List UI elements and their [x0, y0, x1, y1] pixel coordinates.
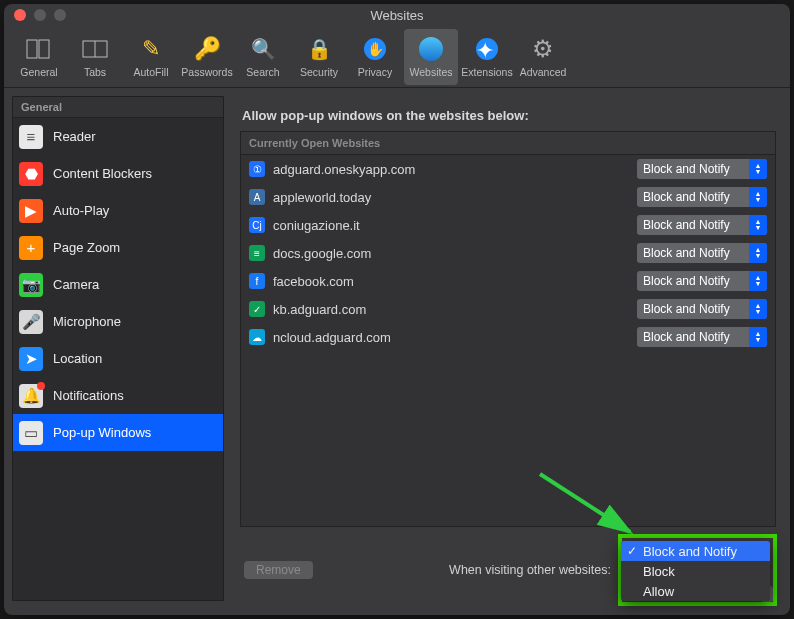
site-domain: coniugazione.it [273, 218, 629, 233]
checkmark-icon: ✓ [627, 544, 637, 558]
sidebar-icon: ⬣ [19, 162, 43, 186]
other-websites-dropdown[interactable]: ✓Block and NotifyBlockAllow [621, 541, 770, 601]
select-arrows-icon: ▲▼ [749, 215, 767, 235]
table-header: Currently Open Websites [241, 132, 775, 155]
toolbar-label: Tabs [84, 66, 106, 78]
sidebar-icon: ➤ [19, 347, 43, 371]
sidebar-icon: ▭ [19, 421, 43, 445]
website-row[interactable]: Cjconiugazione.itBlock and Notify▲▼ [241, 211, 775, 239]
maximize-button[interactable] [54, 9, 66, 21]
sidebar-item-label: Auto-Play [53, 203, 109, 218]
remove-button[interactable]: Remove [244, 561, 313, 579]
website-row[interactable]: ✓kb.adguard.comBlock and Notify▲▼ [241, 295, 775, 323]
dropdown-option-block[interactable]: Block [621, 561, 770, 581]
toolbar-search[interactable]: 🔍Search [236, 29, 290, 85]
toolbar-security[interactable]: 🔒Security [292, 29, 346, 85]
sidebar-item-label: Notifications [53, 388, 124, 403]
site-setting-value: Block and Notify [643, 330, 730, 344]
sidebar-item-label: Pop-up Windows [53, 425, 151, 440]
close-button[interactable] [14, 9, 26, 21]
select-arrows-icon: ▲▼ [749, 299, 767, 319]
site-domain: docs.google.com [273, 246, 629, 261]
sidebar-item-microphone[interactable]: 🎤Microphone [13, 303, 223, 340]
autofill-icon: ✎ [137, 35, 165, 63]
extensions-icon: ✦ [473, 35, 501, 63]
toolbar-autofill[interactable]: ✎AutoFill [124, 29, 178, 85]
sidebar-icon: ▶ [19, 199, 43, 223]
toolbar-label: Security [300, 66, 338, 78]
toolbar-label: Advanced [520, 66, 567, 78]
general-icon [25, 35, 53, 63]
main-panel: Allow pop-up windows on the websites bel… [234, 96, 782, 601]
sidebar-item-label: Page Zoom [53, 240, 120, 255]
table-footer: Remove When visiting other websites: ✓Bl… [240, 527, 776, 601]
panel-heading: Allow pop-up windows on the websites bel… [242, 108, 776, 123]
site-setting-value: Block and Notify [643, 218, 730, 232]
window-title: Websites [370, 8, 423, 23]
minimize-button[interactable] [34, 9, 46, 21]
site-setting-select[interactable]: Block and Notify▲▼ [637, 159, 767, 179]
toolbar: GeneralTabs✎AutoFill🔑Passwords🔍Search🔒Se… [4, 26, 790, 88]
site-domain: adguard.oneskyapp.com [273, 162, 629, 177]
site-setting-select[interactable]: Block and Notify▲▼ [637, 299, 767, 319]
websites-table: Currently Open Websites ①adguard.oneskya… [240, 131, 776, 527]
website-row[interactable]: ☁ncloud.adguard.comBlock and Notify▲▼ [241, 323, 775, 351]
annotation-arrow [534, 468, 654, 548]
site-domain: ncloud.adguard.com [273, 330, 629, 345]
sidebar-item-page-zoom[interactable]: +Page Zoom [13, 229, 223, 266]
site-domain: appleworld.today [273, 190, 629, 205]
website-row[interactable]: ffacebook.comBlock and Notify▲▼ [241, 267, 775, 295]
site-setting-value: Block and Notify [643, 162, 730, 176]
site-setting-select[interactable]: Block and Notify▲▼ [637, 327, 767, 347]
sidebar-item-auto-play[interactable]: ▶Auto-Play [13, 192, 223, 229]
toolbar-label: Passwords [181, 66, 232, 78]
websites-icon [417, 35, 445, 63]
website-row[interactable]: ①adguard.oneskyapp.comBlock and Notify▲▼ [241, 155, 775, 183]
toolbar-websites[interactable]: Websites [404, 29, 458, 85]
site-setting-select[interactable]: Block and Notify▲▼ [637, 243, 767, 263]
svg-rect-1 [39, 40, 49, 58]
sidebar-header: General [13, 97, 223, 118]
toolbar-advanced[interactable]: ⚙Advanced [516, 29, 570, 85]
sidebar-list: ≡Reader⬣Content Blockers▶Auto-Play+Page … [13, 118, 223, 451]
sidebar-item-reader[interactable]: ≡Reader [13, 118, 223, 155]
footer-label: When visiting other websites: [323, 563, 613, 577]
tabs-icon [81, 35, 109, 63]
website-row[interactable]: ≡docs.google.comBlock and Notify▲▼ [241, 239, 775, 267]
toolbar-label: Search [246, 66, 279, 78]
select-arrows-icon: ▲▼ [749, 271, 767, 291]
site-setting-select[interactable]: Block and Notify▲▼ [637, 271, 767, 291]
sidebar-item-location[interactable]: ➤Location [13, 340, 223, 377]
site-favicon-icon: ① [249, 161, 265, 177]
toolbar-label: Privacy [358, 66, 392, 78]
site-favicon-icon: ✓ [249, 301, 265, 317]
toolbar-privacy[interactable]: ✋Privacy [348, 29, 402, 85]
toolbar-passwords[interactable]: 🔑Passwords [180, 29, 234, 85]
toolbar-general[interactable]: General [12, 29, 66, 85]
dropdown-option-allow[interactable]: Allow [621, 581, 770, 601]
preferences-window: Websites GeneralTabs✎AutoFill🔑Passwords🔍… [4, 4, 790, 615]
select-arrows-icon: ▲▼ [749, 159, 767, 179]
site-setting-select[interactable]: Block and Notify▲▼ [637, 187, 767, 207]
sidebar-icon: 📷 [19, 273, 43, 297]
site-setting-select[interactable]: Block and Notify▲▼ [637, 215, 767, 235]
sidebar-item-pop-up-windows[interactable]: ▭Pop-up Windows [13, 414, 223, 451]
website-row[interactable]: Aappleworld.todayBlock and Notify▲▼ [241, 183, 775, 211]
dropdown-option-block-and-notify[interactable]: ✓Block and Notify [621, 541, 770, 561]
sidebar-item-camera[interactable]: 📷Camera [13, 266, 223, 303]
advanced-icon: ⚙ [529, 35, 557, 63]
sidebar-item-label: Microphone [53, 314, 121, 329]
svg-rect-0 [27, 40, 37, 58]
sidebar-item-notifications[interactable]: 🔔Notifications [13, 377, 223, 414]
site-setting-value: Block and Notify [643, 190, 730, 204]
security-icon: 🔒 [305, 35, 333, 63]
site-domain: kb.adguard.com [273, 302, 629, 317]
toolbar-tabs[interactable]: Tabs [68, 29, 122, 85]
site-domain: facebook.com [273, 274, 629, 289]
content: General ≡Reader⬣Content Blockers▶Auto-Pl… [4, 88, 790, 613]
site-setting-value: Block and Notify [643, 274, 730, 288]
site-favicon-icon: f [249, 273, 265, 289]
toolbar-extensions[interactable]: ✦Extensions [460, 29, 514, 85]
dropdown-option-label: Block [643, 564, 675, 579]
sidebar-item-content-blockers[interactable]: ⬣Content Blockers [13, 155, 223, 192]
